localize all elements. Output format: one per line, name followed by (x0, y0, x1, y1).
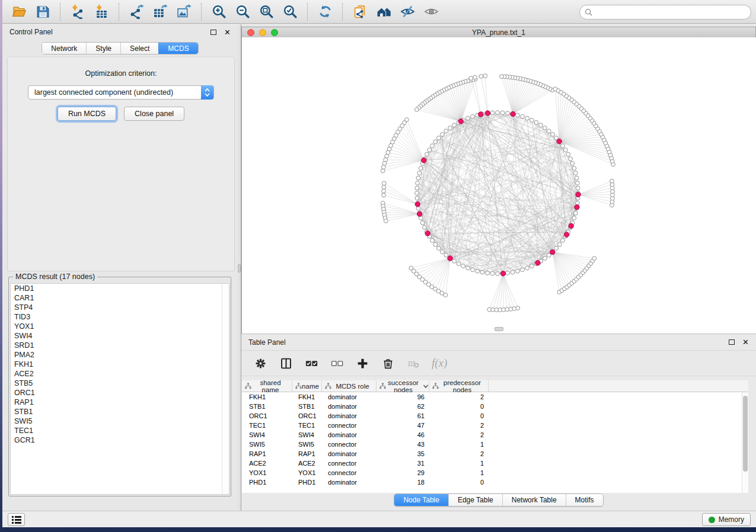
table-scrollbar-thumb[interactable] (743, 396, 748, 472)
tab-select[interactable]: Select (120, 43, 158, 54)
table-scrollbar[interactable] (742, 392, 748, 493)
table-row[interactable]: STB1STB1dominator620 (242, 402, 748, 411)
mcds-result-item[interactable]: ACE2 (11, 369, 229, 379)
delete-icon[interactable] (381, 356, 395, 370)
network-canvas[interactable] (241, 37, 756, 334)
mcds-list-scrollbar[interactable] (222, 284, 229, 494)
cell-MCDS-role: connector (322, 460, 377, 467)
table-panel: Table Panel ✕ f(x) shared namenameMCDS r… (241, 334, 756, 511)
export-network-icon[interactable] (127, 3, 145, 21)
mcds-result-item[interactable]: PMA2 (11, 350, 229, 360)
import-table-icon[interactable] (92, 3, 110, 21)
mcds-result-item[interactable]: SWI4 (11, 331, 229, 341)
tab-style[interactable]: Style (86, 43, 120, 54)
mcds-result-item[interactable]: STB5 (11, 379, 229, 388)
mcds-result-item[interactable]: GCR1 (11, 435, 229, 445)
optimization-criterion-label: Optimization criterion: (8, 69, 234, 78)
mcds-result-item[interactable]: PHD1 (11, 284, 229, 293)
cell-name: ORC1 (292, 412, 322, 419)
table-row[interactable]: FKH1FKH1dominator962 (242, 392, 748, 402)
table-row[interactable]: YOX1YOX1connector291 (242, 468, 748, 477)
gear-icon[interactable] (253, 356, 267, 370)
export-image-icon[interactable] (175, 3, 193, 21)
mcds-result-item[interactable]: SWI5 (11, 416, 229, 426)
tab-node-table[interactable]: Node Table (394, 494, 448, 506)
add-icon[interactable] (355, 356, 369, 370)
float-panel-icon[interactable] (210, 30, 216, 35)
mcds-result-item[interactable]: TEC1 (11, 426, 229, 435)
network-graph[interactable] (242, 37, 756, 334)
mcds-result-item[interactable]: YOX1 (11, 322, 229, 331)
mcds-tab-content: Optimization criterion: largest connecte… (7, 57, 235, 271)
zoom-selected-icon[interactable] (281, 3, 299, 21)
mcds-result-item[interactable]: SRD1 (11, 341, 229, 350)
run-mcds-button[interactable]: Run MCDS (58, 107, 116, 121)
cell-predecessor-nodes: 2 (429, 393, 489, 400)
tab-motifs[interactable]: Motifs (566, 494, 603, 506)
cell-predecessor-nodes: 2 (429, 422, 489, 429)
float-table-panel-icon[interactable] (729, 339, 735, 345)
task-history-button[interactable] (8, 513, 25, 526)
cell-MCDS-role: dominator (322, 431, 377, 438)
table-row[interactable]: SWI5SWI5connector431 (242, 440, 748, 449)
eye-slash-icon[interactable] (398, 3, 416, 21)
vertical-splitter-handle[interactable] (238, 264, 241, 273)
mcds-result-item[interactable]: STP4 (11, 303, 229, 312)
first-neighbors-icon[interactable] (375, 3, 393, 21)
column-header-predecessor-nodes[interactable]: predecessor nodes (429, 380, 489, 392)
cell-MCDS-role: dominator (322, 479, 377, 486)
toolbar-separator (201, 3, 202, 21)
tab-network-table[interactable]: Network Table (502, 494, 566, 506)
mcds-result-item[interactable]: CAR1 (11, 293, 229, 303)
column-header-MCDS-role[interactable]: MCDS role (322, 380, 377, 392)
export-table-icon[interactable] (151, 3, 169, 21)
toolbar-separator (60, 3, 60, 21)
eye-icon[interactable] (422, 3, 440, 21)
attribute-type-icon (245, 383, 251, 389)
table-row[interactable]: SWI4SWI4dominator462 (242, 430, 748, 440)
search-input[interactable] (593, 7, 751, 18)
table-row[interactable]: PHD1PHD1dominator180 (242, 477, 748, 487)
mcds-result-item[interactable]: RAP1 (11, 398, 229, 407)
import-network-icon[interactable] (69, 3, 87, 21)
zoom-fit-icon[interactable] (257, 3, 275, 21)
close-panel-button[interactable]: Close panel (124, 107, 184, 121)
zoom-out-icon[interactable] (234, 3, 251, 21)
mcds-result-item[interactable]: FKH1 (11, 360, 229, 369)
tab-mcds[interactable]: MCDS (158, 43, 197, 54)
mcds-result-list[interactable]: PHD1CAR1STP4TID3YOX1SWI4SRD1PMA2FKH1ACE2… (10, 283, 229, 495)
open-file-icon[interactable] (10, 3, 28, 21)
columns-icon[interactable] (279, 356, 293, 370)
column-header-name[interactable]: name (292, 380, 322, 392)
deselect-all-icon[interactable] (330, 356, 344, 370)
column-header-label: name (302, 383, 321, 390)
search-box[interactable] (579, 5, 751, 20)
tab-network[interactable]: Network (42, 43, 86, 54)
cell-successor-nodes: 61 (377, 412, 429, 419)
tab-edge-table[interactable]: Edge Table (448, 494, 502, 506)
close-panel-icon[interactable]: ✕ (224, 28, 231, 36)
table-row[interactable]: TEC1TEC1connector472 (242, 421, 748, 430)
horizontal-splitter-handle[interactable] (495, 327, 503, 331)
select-all-icon[interactable] (304, 356, 318, 370)
zoom-in-icon[interactable] (210, 3, 228, 21)
table-row[interactable]: ORC1ORC1dominator610 (242, 411, 748, 421)
cell-name: STB1 (292, 403, 322, 410)
column-header-shared-name[interactable]: shared name (242, 380, 292, 392)
table-row[interactable]: ACE2ACE2connector311 (242, 459, 748, 468)
close-table-panel-icon[interactable]: ✕ (742, 338, 749, 346)
memory-button[interactable]: Memory (702, 513, 751, 526)
mcds-result-item[interactable]: STB1 (11, 407, 229, 416)
optimization-criterion-value: largest connected component (undirected) (34, 88, 173, 97)
cell-successor-nodes: 46 (377, 431, 429, 438)
clone-network-icon[interactable] (351, 3, 369, 21)
column-header-successor-nodes[interactable]: successor nodes (377, 380, 429, 392)
save-session-icon[interactable] (34, 3, 52, 21)
apply-layout-icon[interactable] (316, 3, 334, 21)
network-window-titlebar[interactable]: YPA_prune.txt_1 (241, 27, 756, 37)
cell-shared-name: SWI4 (242, 431, 292, 438)
optimization-criterion-select[interactable]: largest connected component (undirected) (28, 85, 214, 100)
table-row[interactable]: RAP1RAP1dominator352 (242, 449, 748, 459)
mcds-result-item[interactable]: TID3 (11, 312, 229, 322)
mcds-result-item[interactable]: ORC1 (11, 388, 229, 398)
